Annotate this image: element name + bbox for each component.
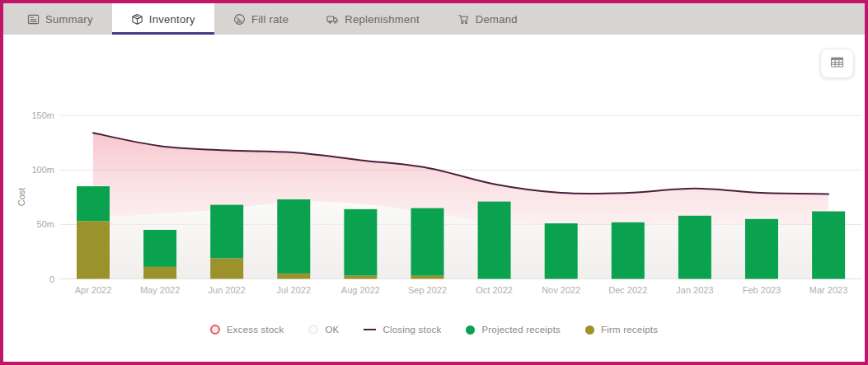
legend-item-projected-receipts[interactable]: Projected receipts <box>466 325 561 335</box>
legend-label: OK <box>325 325 339 335</box>
tab-label: Inventory <box>149 13 195 26</box>
demand-cart-icon <box>457 13 470 26</box>
chart-legend: Excess stockOKClosing stockProjected rec… <box>3 325 865 335</box>
bar-projected-receipts[interactable] <box>478 202 511 279</box>
bar-firm-receipts[interactable] <box>77 221 110 278</box>
legend-item-firm-receipts[interactable]: Firm receipts <box>585 325 658 335</box>
tab-label: Demand <box>476 13 518 26</box>
fill-rate-gauge-icon <box>233 13 246 26</box>
bar-firm-receipts[interactable] <box>210 258 243 278</box>
summary-list-icon <box>27 13 40 26</box>
bar-projected-receipts[interactable] <box>411 208 444 276</box>
x-tick-label: Nov 2022 <box>542 285 580 295</box>
x-tick-label: Sep 2022 <box>408 285 447 295</box>
legend-marker-line <box>364 329 376 330</box>
bar-firm-receipts[interactable] <box>277 274 310 279</box>
tab-replenishment[interactable]: Replenishment <box>307 3 439 35</box>
bar-projected-receipts[interactable] <box>812 212 845 279</box>
tab-inventory[interactable]: Inventory <box>112 3 214 35</box>
legend-item-ok[interactable]: OK <box>308 325 339 335</box>
tab-label: Fill rate <box>251 13 289 26</box>
tab-summary[interactable]: Summary <box>8 3 112 35</box>
y-axis-title: Cost <box>16 188 26 207</box>
legend-label: Projected receipts <box>481 325 561 335</box>
tab-demand[interactable]: Demand <box>439 3 537 35</box>
y-tick-label: 100m <box>31 165 54 175</box>
bar-projected-receipts[interactable] <box>143 230 176 267</box>
bar-projected-receipts[interactable] <box>745 219 778 279</box>
tab-label: Replenishment <box>345 13 420 26</box>
inventory-panel: 150m100m50m0CostApr 2022May 2022Jun 2022… <box>3 35 865 362</box>
x-tick-label: Oct 2022 <box>476 285 513 295</box>
y-tick-label: 0 <box>49 274 54 284</box>
legend-marker-dot <box>585 325 594 335</box>
excess-stock-area[interactable] <box>93 133 828 224</box>
bar-projected-receipts[interactable] <box>545 223 578 278</box>
bar-projected-receipts[interactable] <box>612 222 645 279</box>
inventory-box-icon <box>131 13 143 26</box>
bar-projected-receipts[interactable] <box>344 209 377 276</box>
inventory-chart[interactable]: 150m100m50m0CostApr 2022May 2022Jun 2022… <box>3 35 865 323</box>
x-tick-label: Jan 2023 <box>676 285 713 295</box>
y-tick-label: 150m <box>31 110 54 120</box>
bar-projected-receipts[interactable] <box>77 186 110 221</box>
legend-label: Closing stock <box>382 325 441 335</box>
legend-label: Firm receipts <box>601 325 658 335</box>
bar-firm-receipts[interactable] <box>344 276 377 279</box>
x-tick-label: Jul 2022 <box>277 285 312 295</box>
x-tick-label: Mar 2023 <box>809 285 847 295</box>
x-tick-label: May 2022 <box>140 285 180 295</box>
table-grid-icon <box>830 56 844 71</box>
bar-firm-receipts[interactable] <box>411 276 444 279</box>
x-tick-label: Aug 2022 <box>341 285 380 295</box>
bar-firm-receipts[interactable] <box>143 267 176 279</box>
bar-projected-receipts[interactable] <box>277 199 310 274</box>
legend-item-closing-stock[interactable]: Closing stock <box>364 325 441 335</box>
legend-marker-ring <box>308 325 318 335</box>
bar-projected-receipts[interactable] <box>678 216 711 279</box>
tab-label: Summary <box>45 13 93 26</box>
y-tick-label: 50m <box>37 219 54 229</box>
x-tick-label: Feb 2023 <box>743 285 781 295</box>
x-tick-label: Jun 2022 <box>209 285 246 295</box>
legend-marker-dot <box>466 325 475 335</box>
tab-fill-rate[interactable]: Fill rate <box>214 3 307 35</box>
tab-bar: Summary Inventory Fill rate Replenishmen… <box>3 3 865 35</box>
x-tick-label: Dec 2022 <box>608 285 647 295</box>
table-view-button[interactable] <box>820 49 854 78</box>
bar-projected-receipts[interactable] <box>210 205 243 259</box>
legend-marker-ring <box>210 325 220 335</box>
legend-label: Excess stock <box>227 325 284 335</box>
legend-item-excess-stock[interactable]: Excess stock <box>210 325 284 335</box>
x-tick-label: Apr 2022 <box>75 285 112 295</box>
replenishment-truck-icon <box>326 13 339 26</box>
